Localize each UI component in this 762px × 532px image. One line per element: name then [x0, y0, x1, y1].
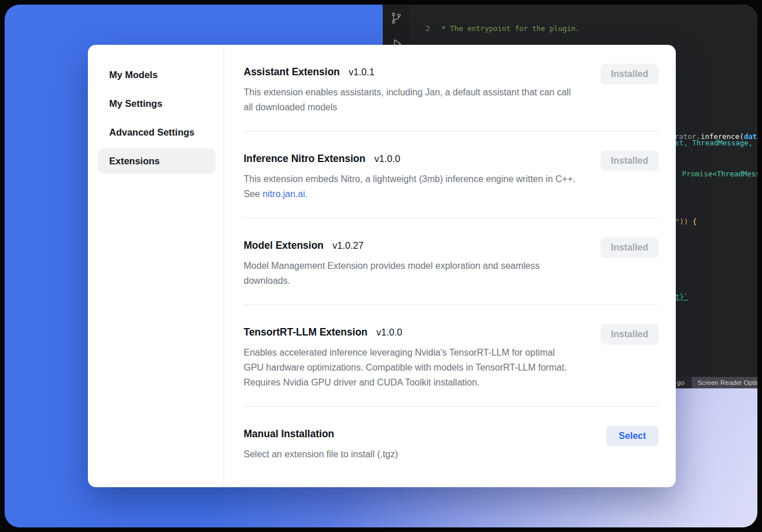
- status-item[interactable]: go: [677, 379, 684, 386]
- select-file-button[interactable]: Select: [606, 426, 659, 446]
- extension-title: Model Extension: [244, 240, 324, 251]
- status-item-screen-reader[interactable]: Screen Reader Optimized: [692, 377, 757, 388]
- sidebar-item-label: My Settings: [109, 98, 163, 109]
- extension-description: This extension embeds Nitro, a lightweig…: [244, 172, 577, 202]
- sidebar-item-extensions[interactable]: Extensions: [98, 148, 215, 174]
- extension-row-tensorrt: TensortRT-LLM Extension v1.0.0 Enables a…: [244, 305, 659, 407]
- code-text: rator.: [675, 132, 701, 141]
- extension-title: Inference Nitro Extension: [244, 153, 365, 164]
- code-text: t}`: [675, 292, 688, 301]
- code-fragment-promise: Promise<ThreadMessage>: [682, 169, 757, 179]
- code-text: * The entrypoint for the plugin.: [441, 24, 580, 33]
- manual-installation-row: Manual Installation Select an extension …: [244, 407, 659, 478]
- manual-installation-description: Select an extension file to install (.tg…: [244, 447, 398, 462]
- nitro-jan-ai-link[interactable]: nitro.jan.ai.: [263, 189, 307, 199]
- description-text: Model Management Extension provides mode…: [244, 261, 540, 286]
- extension-version: v1.0.0: [376, 327, 402, 337]
- line-number: 2: [409, 24, 430, 34]
- sidebar-item-label: Extensions: [109, 156, 160, 167]
- extensions-list: Assistant Extension v1.0.1 This extensio…: [224, 45, 676, 487]
- sidebar-item-my-settings[interactable]: My Settings: [98, 91, 215, 116]
- settings-sidebar: My Models My Settings Advanced Settings …: [88, 45, 224, 487]
- code-fragment-braces: ")) {: [675, 217, 697, 227]
- code-text: {: [688, 217, 697, 226]
- code-fragment-template: t}`: [675, 292, 688, 302]
- app-window: 2* The entrypoint for the plugin. 3*/ 4 …: [5, 5, 757, 527]
- extension-title: TensortRT-LLM Extension: [244, 326, 368, 338]
- installed-button[interactable]: Installed: [601, 237, 659, 258]
- extension-row-model: Model Extension v1.0.27 Model Management…: [244, 218, 659, 305]
- code-text: Promise: [682, 169, 713, 178]
- extension-description: This extension enables assistants, inclu…: [244, 85, 577, 115]
- extension-version: v1.0.0: [374, 153, 400, 164]
- sidebar-item-label: My Models: [109, 70, 157, 80]
- extension-row-nitro: Inference Nitro Extension v1.0.0 This ex…: [244, 132, 659, 218]
- settings-card: My Models My Settings Advanced Settings …: [88, 45, 676, 487]
- extension-description: Enables accelerated inference leveraging…: [244, 345, 577, 390]
- code-text: )): [680, 217, 688, 226]
- installed-button[interactable]: Installed: [601, 64, 659, 84]
- extension-row-assistant: Assistant Extension v1.0.1 This extensio…: [244, 45, 659, 132]
- source-control-icon[interactable]: [390, 11, 403, 25]
- code-line: 2* The entrypoint for the plugin.: [409, 24, 757, 34]
- sidebar-item-label: Advanced Settings: [109, 127, 195, 138]
- extension-version: v1.0.1: [349, 67, 375, 77]
- description-text: Select an extension file to install (.tg…: [244, 449, 398, 459]
- extension-description: Model Management Extension provides mode…: [244, 259, 577, 288]
- installed-button[interactable]: Installed: [601, 151, 659, 171]
- code-text: ": [675, 217, 680, 226]
- description-text: Enables accelerated inference leveraging…: [244, 348, 567, 387]
- code-text: inference(: [701, 132, 744, 141]
- installed-button[interactable]: Installed: [601, 324, 659, 345]
- code-text: <ThreadMessage>: [713, 169, 757, 178]
- sidebar-item-my-models[interactable]: My Models: [98, 62, 215, 87]
- code-text: data: [744, 132, 757, 141]
- extension-title: Assistant Extension: [244, 66, 340, 78]
- manual-installation-title: Manual Installation: [244, 428, 334, 440]
- extension-version: v1.0.27: [333, 240, 364, 250]
- code-fragment-inference: rator.inference(data));: [675, 132, 757, 142]
- description-text: This extension enables assistants, inclu…: [244, 87, 571, 112]
- sidebar-item-advanced-settings[interactable]: Advanced Settings: [98, 119, 215, 145]
